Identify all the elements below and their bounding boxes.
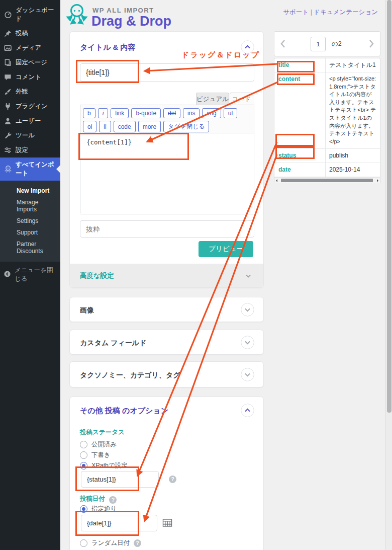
qt-ins-button[interactable]: ins — [183, 108, 200, 118]
submenu-settings[interactable]: Settings — [0, 215, 60, 226]
link-separator: | — [309, 9, 314, 16]
documentation-link[interactable]: ドキュメンテーション — [314, 9, 378, 16]
sidebar-item-label: ツール — [16, 131, 35, 140]
sidebar-item-settings[interactable]: 設定 — [0, 143, 60, 158]
table-row[interactable]: title テストタイトル1 — [274, 58, 380, 72]
scrollbar-thumb[interactable] — [281, 179, 373, 182]
sidebar-item-all-import[interactable]: すべてインポート — [0, 158, 60, 181]
qt-close-tags-button[interactable]: タグを閉じる — [163, 121, 209, 132]
help-icon[interactable]: ? — [134, 539, 141, 547]
import-data-preview: title テストタイトル1 content <p style="font-si… — [274, 58, 380, 184]
previous-record-icon[interactable] — [279, 39, 287, 49]
qt-del-button[interactable]: del — [163, 108, 180, 118]
support-link[interactable]: サポート — [283, 9, 309, 16]
excerpt-input[interactable] — [80, 220, 254, 238]
field-name-content[interactable]: content — [274, 72, 326, 148]
qt-img-button[interactable]: img — [202, 108, 221, 118]
plugin-icon — [4, 103, 12, 111]
title-content-card: タイトル & 内容 ビジュアル コード b i link b-quote del… — [69, 31, 264, 288]
horizontal-scrollbar[interactable] — [274, 177, 380, 184]
tab-code[interactable]: コード — [230, 93, 253, 106]
expand-taxonomies-button[interactable] — [241, 368, 254, 381]
field-name-status[interactable]: status — [274, 149, 326, 163]
sidebar-item-comments[interactable]: コメント — [0, 70, 60, 85]
status-option-xpath[interactable]: XPathで設定 — [80, 461, 128, 470]
date-xpath-input[interactable] — [81, 515, 157, 531]
sidebar-item-users[interactable]: ユーザー — [0, 114, 60, 128]
dashboard-icon — [4, 11, 12, 19]
sidebar-item-dashboard[interactable]: ダッシュボード — [0, 0, 60, 26]
date-option-as-specified[interactable]: 指定通り — [80, 505, 117, 513]
chevron-down-icon — [241, 336, 254, 349]
qt-italic-button[interactable]: i — [98, 108, 109, 118]
next-record-icon[interactable] — [367, 39, 375, 49]
qt-more-button[interactable]: more — [138, 121, 161, 132]
sidebar-item-plugins[interactable]: プラグイン — [0, 99, 60, 114]
table-row[interactable]: date 2025-10-14 — [274, 163, 380, 177]
page-scrollbar[interactable] — [385, 0, 392, 550]
other-options-heading: その他 投稿 のオプション — [80, 406, 168, 416]
tab-visual[interactable]: ビジュアル — [196, 93, 229, 106]
status-option-label: 公開済み — [91, 440, 117, 449]
radio-checked-icon — [80, 462, 87, 469]
collapse-menu-label: メニューを閉じる — [15, 266, 57, 283]
custom-fields-card[interactable]: カスタム フィールド — [69, 330, 264, 355]
expand-images-button[interactable] — [241, 303, 254, 317]
sidebar-item-pages[interactable]: 固定ページ — [0, 55, 60, 70]
page-title: Drag & Drop — [91, 14, 171, 29]
status-option-published[interactable]: 公開済み — [80, 440, 117, 449]
sidebar-item-label: 投稿 — [16, 29, 28, 38]
qt-ul-button[interactable]: ul — [224, 108, 237, 118]
field-name-title[interactable]: title — [274, 58, 326, 72]
status-xpath-input[interactable] — [81, 471, 159, 488]
sidebar-item-appearance[interactable]: 外観 — [0, 85, 60, 99]
scroll-right-icon[interactable] — [377, 179, 378, 182]
help-icon[interactable]: ? — [109, 496, 117, 504]
qt-li-button[interactable]: li — [99, 121, 111, 132]
submenu-support[interactable]: Support — [0, 226, 60, 238]
record-count-label: の2 — [332, 40, 342, 48]
media-icon — [4, 44, 12, 52]
post-status-heading: 投稿ステータス — [80, 428, 125, 437]
calendar-icon[interactable] — [162, 518, 172, 530]
collapse-other-options-button[interactable] — [241, 404, 254, 417]
status-option-draft[interactable]: 下書き — [80, 451, 111, 459]
post-title-input[interactable] — [80, 63, 254, 82]
sidebar-item-label: メディア — [16, 44, 41, 52]
sidebar-item-label: 外観 — [16, 88, 28, 96]
scroll-left-icon[interactable] — [276, 179, 277, 182]
date-option-label: ランダム日付 — [91, 539, 130, 547]
field-name-date[interactable]: date — [274, 163, 326, 177]
record-number-input[interactable] — [311, 37, 326, 51]
comment-icon — [4, 73, 12, 82]
sidebar-item-posts[interactable]: 投稿 — [0, 26, 60, 41]
collapse-menu-button[interactable]: メニューを閉じる — [0, 262, 60, 288]
table-row[interactable]: status publish — [274, 149, 380, 163]
submenu-new-import[interactable]: New Import — [0, 185, 60, 196]
help-icon[interactable]: ? — [169, 476, 176, 483]
qt-code-button[interactable]: code — [114, 121, 136, 132]
images-card[interactable]: 画像 — [69, 297, 264, 322]
submenu-manage-imports[interactable]: Manage Imports — [0, 196, 60, 215]
page-scrollbar-thumb[interactable] — [387, 0, 391, 413]
qt-ol-button[interactable]: ol — [83, 121, 96, 132]
qt-bquote-button[interactable]: b-quote — [131, 108, 161, 118]
radio-unchecked-icon — [80, 539, 87, 547]
advanced-settings-bar[interactable]: 高度な設定 — [70, 264, 263, 287]
custom-fields-section-label: カスタム フィールド — [80, 339, 147, 348]
qt-link-button[interactable]: link — [111, 108, 129, 118]
field-value: publish — [326, 149, 380, 163]
taxonomies-card[interactable]: タクソノミー、カテゴリ、タグ — [69, 361, 264, 387]
preview-button[interactable]: プリビュー — [199, 241, 253, 257]
submenu-partner-discounts[interactable]: Partner Discounts — [0, 238, 60, 257]
post-content-textarea[interactable]: {content[1]} — [80, 133, 254, 214]
date-option-random[interactable]: ランダム日付 ? — [80, 539, 141, 547]
brand-name: WP ALL IMPORT — [92, 7, 154, 14]
wrench-icon — [4, 132, 12, 140]
sidebar-item-media[interactable]: メディア — [0, 41, 60, 55]
table-row[interactable]: content <p style="font-size: 1.8rem;">テス… — [274, 72, 380, 148]
post-date-heading: 投稿日付 ? — [80, 495, 117, 504]
sidebar-item-tools[interactable]: ツール — [0, 128, 60, 143]
expand-custom-fields-button[interactable] — [241, 336, 254, 349]
qt-bold-button[interactable]: b — [83, 108, 95, 118]
